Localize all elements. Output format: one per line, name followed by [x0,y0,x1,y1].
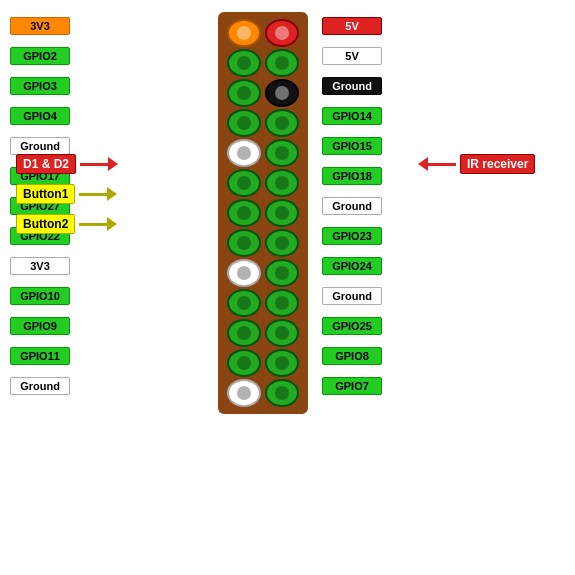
pin-4-right [265,109,299,137]
label-gpio15: GPIO15 [322,137,382,155]
ir-arrow-line [428,163,456,166]
label-gpio24: GPIO24 [322,257,382,275]
label-gpio10: GPIO10 [10,287,70,305]
pin-11-left [227,319,261,347]
pin-5-left [227,139,261,167]
pin-6-right [265,169,299,197]
d1d2-arrowhead [108,157,118,171]
right-row-gpio18: GPIO18 [322,162,382,190]
label-ground-r3: Ground [322,287,382,305]
pin-row-4 [225,109,301,137]
connector-panel [218,12,308,414]
pin-13-left [227,379,261,407]
right-row-ground-r2: Ground [322,192,382,220]
right-labels: 5V 5V Ground GPIO14 GPIO15 GPIO18 Ground… [322,12,382,400]
right-row-gpio23: GPIO23 [322,222,382,250]
left-row-3v3b: 3V3 [10,252,70,280]
d1d2-arrow-line [80,163,108,166]
annotation-button2: Button2 [16,214,117,234]
pin-1-left [227,19,261,47]
button1-arrow [79,187,117,201]
left-row-3v3: 3V3 [10,12,70,40]
button1-label: Button1 [16,184,75,204]
left-row-gpio11: GPIO11 [10,342,70,370]
button2-label: Button2 [16,214,75,234]
label-gpio11: GPIO11 [10,347,70,365]
label-gpio8: GPIO8 [322,347,382,365]
pin-12-left [227,349,261,377]
right-row-ground-r1: Ground [322,72,382,100]
pin-row-10 [225,289,301,317]
left-row-gpio4: GPIO4 [10,102,70,130]
pin-9-left [227,259,261,287]
pin-row-8 [225,229,301,257]
pin-10-left [227,289,261,317]
ir-label: IR receiver [460,154,535,174]
annotation-ir: IR receiver [418,154,535,174]
label-5vb: 5V [322,47,382,65]
pin-1-right [265,19,299,47]
pin-8-right [265,229,299,257]
right-row-gpio15: GPIO15 [322,132,382,160]
pin-row-9 [225,259,301,287]
left-row-ground2: Ground [10,372,70,400]
ir-arrowhead [418,157,428,171]
left-labels: 3V3 GPIO2 GPIO3 GPIO4 Ground GPIO17 GPIO… [10,12,70,400]
pin-3-right [265,79,299,107]
label-3v3: 3V3 [10,17,70,35]
label-gpio9: GPIO9 [10,317,70,335]
left-row-gpio10: GPIO10 [10,282,70,310]
label-gpio4: GPIO4 [10,107,70,125]
pin-row-7 [225,199,301,227]
right-row-gpio7: GPIO7 [322,372,382,400]
pin-7-right [265,199,299,227]
left-row-gpio3: GPIO3 [10,72,70,100]
label-ground2: Ground [10,377,70,395]
right-row-gpio8: GPIO8 [322,342,382,370]
right-row-5vb: 5V [322,42,382,70]
right-row-gpio24: GPIO24 [322,252,382,280]
pin-11-right [265,319,299,347]
button1-arrowhead [107,187,117,201]
right-row-5v: 5V [322,12,382,40]
pin-row-3 [225,79,301,107]
pin-10-right [265,289,299,317]
pin-12-right [265,349,299,377]
label-gpio2: GPIO2 [10,47,70,65]
pin-5-right [265,139,299,167]
label-gpio7: GPIO7 [322,377,382,395]
pin-3-left [227,79,261,107]
pin-2-left [227,49,261,77]
pin-8-left [227,229,261,257]
label-ground1: Ground [10,137,70,155]
pin-2-right [265,49,299,77]
pin-row-2 [225,49,301,77]
left-row-gpio2: GPIO2 [10,42,70,70]
pin-9-right [265,259,299,287]
button2-arrow [79,217,117,231]
annotation-button1: Button1 [16,184,117,204]
d1d2-arrow [80,157,118,171]
pin-6-left [227,169,261,197]
right-row-gpio14: GPIO14 [322,102,382,130]
left-row-gpio9: GPIO9 [10,312,70,340]
right-row-gpio25: GPIO25 [322,312,382,340]
pin-row-12 [225,349,301,377]
label-gpio23: GPIO23 [322,227,382,245]
label-gpio18: GPIO18 [322,167,382,185]
pin-row-5 [225,139,301,167]
pin-4-left [227,109,261,137]
label-gpio14: GPIO14 [322,107,382,125]
pin-row-1 [225,19,301,47]
label-3v3b: 3V3 [10,257,70,275]
button2-arrowhead [107,217,117,231]
pin-row-6 [225,169,301,197]
right-row-ground-r3: Ground [322,282,382,310]
pin-row-13 [225,379,301,407]
pin-7-left [227,199,261,227]
label-ground-r2: Ground [322,197,382,215]
ir-arrow [418,157,456,171]
pin-13-right [265,379,299,407]
d1d2-label: D1 & D2 [16,154,76,174]
label-ground-r1: Ground [322,77,382,95]
